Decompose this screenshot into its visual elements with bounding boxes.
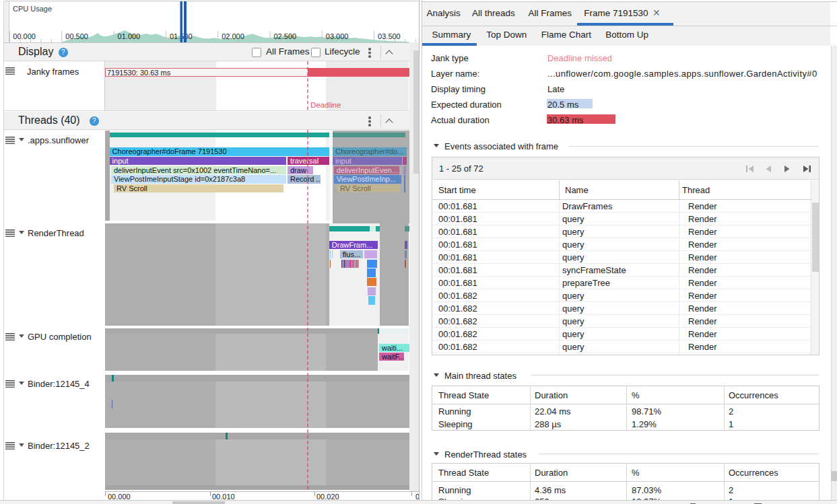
svg-text:02.000: 02.000 [222, 32, 244, 40]
svg-text:02.500: 02.500 [274, 32, 297, 40]
svg-text:00.500: 00.500 [65, 32, 88, 40]
svg-text:03.000: 03.000 [326, 32, 349, 40]
svg-text:00.000: 00.000 [13, 32, 36, 40]
svg-text:03.500: 03.500 [378, 32, 401, 40]
svg-text:01.000: 01.000 [118, 32, 141, 40]
